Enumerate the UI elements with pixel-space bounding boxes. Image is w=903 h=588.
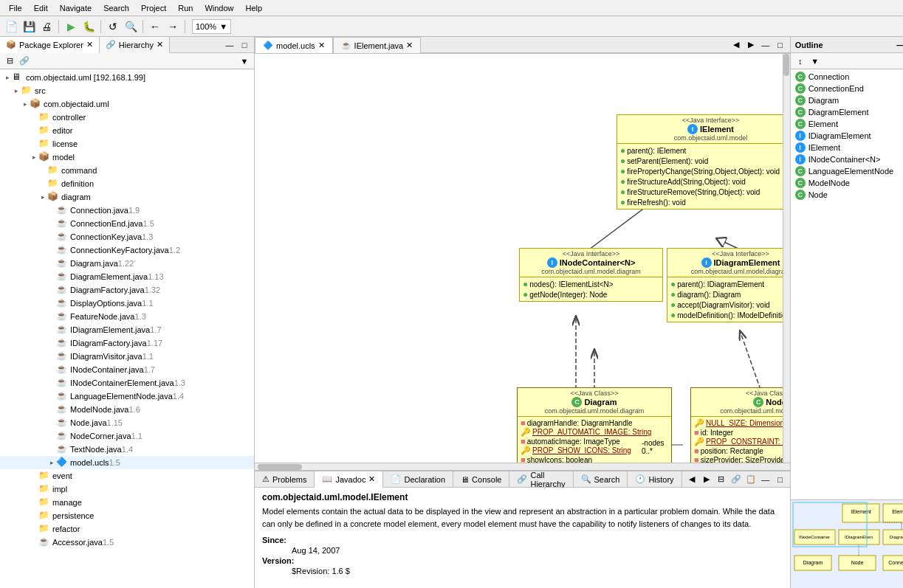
tree-manage[interactable]: 📁 manage [0,496,254,509]
tree-license[interactable]: 📁 license [0,137,254,151]
editor-nav-right[interactable]: ▶ [744,38,758,52]
tree-accessor-java[interactable]: ☕ Accessor.java 1.5 [0,536,254,549]
menu-window[interactable]: Window [199,2,239,14]
tree-event[interactable]: 📁 event [0,469,254,482]
tab-javadoc[interactable]: 📖 Javadoc ✕ [315,471,383,488]
diagram-scrollbar-v[interactable] [783,54,790,470]
javadoc-close[interactable]: ✕ [368,474,375,484]
tree-textnode-java[interactable]: ☕ TextNode.java 1.4 [0,443,254,456]
outline-view[interactable]: ▼ [808,55,822,68]
tab-problems[interactable]: ⚠ Problems [255,471,315,488]
tree-featurenode-java[interactable]: ☕ FeatureNode.java 1.3 [0,310,254,323]
zoom-select[interactable]: 100% ▼ [192,19,231,34]
tab-call-hierarchy[interactable]: 🔗 Call Hierarchy [509,471,573,488]
menu-run[interactable]: Run [172,2,199,14]
tab-console[interactable]: 🖥 Console [453,471,509,488]
tab-hierarchy[interactable]: 🔗 Hierarchy ✕ [100,37,170,53]
tree-idiagramfactory-java[interactable]: ☕ IDiagramFactory.java 1.17 [0,336,254,350]
tab-model-ucls[interactable]: 🔷 model.ucls ✕ [255,37,333,53]
back-button[interactable]: ← [147,18,163,35]
outline-LanguageElementNode[interactable]: C LanguageElementNode [794,165,903,177]
tree-node-java[interactable]: ☕ Node.java 1.15 [0,416,254,429]
editor-minimize[interactable]: — [759,38,772,52]
tree-src[interactable]: ▸ 📁 src [0,84,254,97]
uml-box-IDiagramElement[interactable]: <<Java Interface>> I IDiagramElement com… [667,248,790,322]
menu-project[interactable]: Project [135,2,172,14]
menu-help[interactable]: Help [240,2,269,14]
tree-displayoptions-java[interactable]: ☕ DisplayOptions.java 1.1 [0,297,254,310]
editor-maximize[interactable]: □ [774,38,787,52]
bottom-nav-back[interactable]: ◀ [685,473,698,486]
outline-ConnectionEnd[interactable]: C ConnectionEnd [794,83,903,94]
diagram-scrollbar-h[interactable] [255,463,790,470]
tab-search[interactable]: 🔍 Search [574,471,628,488]
debug-button[interactable]: 🐛 [80,18,97,35]
tree-model-ucls[interactable]: ▸ 🔷 model.ucls 1.5 [0,456,254,469]
view-menu-button[interactable]: ▼ [238,55,251,68]
tab-history[interactable]: 🕐 History [628,471,681,488]
package-explorer-close[interactable]: ✕ [86,40,93,49]
uml-box-INodeContainer[interactable]: <<Java Interface>> I INodeContainer<N> c… [519,248,663,302]
outline-minimize[interactable]: — [894,38,903,52]
outline-Connection[interactable]: C Connection [794,71,903,83]
bottom-minimize[interactable]: — [759,473,772,486]
menu-file[interactable]: File [3,2,28,14]
tree-idiagramelement-java[interactable]: ☕ IDiagramElement.java 1.7 [0,323,254,336]
editor-nav-left[interactable]: ◀ [729,38,743,52]
zoom-dropdown-icon[interactable]: ▼ [219,22,227,31]
new-button[interactable]: 📄 [3,18,19,35]
tree-connectionkeyfactory-java[interactable]: ☕ ConnectionKeyFactory.java 1.2 [0,243,254,257]
tree-inodecontainerelement-java[interactable]: ☕ INodeContainerElement.java 1.3 [0,376,254,390]
tree-inodecontainer-java[interactable]: ☕ INodeContainer.java 1.7 [0,363,254,376]
ielement-close[interactable]: ✕ [406,41,413,50]
tree-connectionkey-java[interactable]: ☕ ConnectionKey.java 1.3 [0,230,254,243]
tree-refactor[interactable]: 📁 refactor [0,522,254,536]
menu-edit[interactable]: Edit [28,2,54,14]
bottom-toolbar1[interactable]: ⊟ [715,473,728,486]
bottom-toolbar2[interactable]: 🔗 [729,473,743,486]
forward-button[interactable]: → [165,18,181,35]
tree-diagramelement-java[interactable]: ☕ DiagramElement.java 1.13 [0,270,254,283]
tree-definition[interactable]: 📁 definition [0,177,254,190]
tree-controller[interactable]: 📁 controller [0,111,254,124]
bottom-toolbar3[interactable]: 📋 [744,473,758,486]
model-ucls-close[interactable]: ✕ [318,41,325,50]
print-button[interactable]: 🖨 [38,18,55,35]
tree-diagram-java[interactable]: ☕ Diagram.java 1.22 [0,257,254,270]
tree-idiagramvisitor-java[interactable]: ☕ IDiagramVisitor.java 1.1 [0,350,254,363]
outline-Node[interactable]: C Node [794,189,903,201]
tree-languageelementnode-java[interactable]: ☕ LanguageElementNode.java 1.4 [0,390,254,403]
diagram-canvas[interactable]: <<Java Interface>> I IElement com.object… [255,54,790,470]
tree-command[interactable]: 📁 command [0,164,254,177]
outline-Diagram[interactable]: C Diagram [794,94,903,106]
outline-mini-diagram[interactable]: IElement Element INodeContainer IDiagram… [791,499,903,588]
tab-package-explorer[interactable]: 📦 Package Explorer ✕ [0,37,100,53]
bottom-maximize[interactable]: □ [774,473,787,486]
tree-model[interactable]: ▸ 📦 model [0,151,254,164]
run-button[interactable]: ▶ [63,18,79,35]
outline-IDiagramElement[interactable]: I IDiagramElement [794,130,903,142]
outline-sort[interactable]: ↕ [794,55,807,68]
menu-navigate[interactable]: Navigate [54,2,97,14]
outline-ModelNode[interactable]: C ModelNode [794,177,903,189]
uml-box-IElement[interactable]: <<Java Interface>> I IElement com.object… [617,114,790,210]
refresh-button[interactable]: ↺ [105,18,121,35]
outline-INodeContainer[interactable]: I INodeContainer<N> [794,153,903,165]
tree-nodecorner-java[interactable]: ☕ NodeCorner.java 1.1 [0,429,254,443]
outline-Element[interactable]: C Element [794,118,903,130]
outline-DiagramElement[interactable]: C DiagramElement [794,106,903,118]
tab-ielement-java[interactable]: ☕ IElement.java ✕ [333,37,422,53]
outline-IElement[interactable]: I IElement [794,142,903,153]
hierarchy-close[interactable]: ✕ [157,40,163,49]
bottom-nav-forward[interactable]: ▶ [700,473,713,486]
tree-impl[interactable]: 📁 impl [0,482,254,496]
tree-diagram-pkg[interactable]: ▸ 📦 diagram [0,190,254,204]
save-button[interactable]: 💾 [21,18,37,35]
search-toolbar-button[interactable]: 🔍 [123,18,139,35]
tree-pkg-main[interactable]: ▸ 📦 com.objectaid.uml [0,97,254,111]
tree-persistence[interactable]: 📁 persistence [0,509,254,522]
collapse-all-button[interactable]: ⊟ [3,55,16,68]
tree-connectionend-java[interactable]: ☕ ConnectionEnd.java 1.5 [0,217,254,230]
maximize-left-button[interactable]: □ [238,38,251,52]
link-editor-button[interactable]: 🔗 [18,55,31,68]
